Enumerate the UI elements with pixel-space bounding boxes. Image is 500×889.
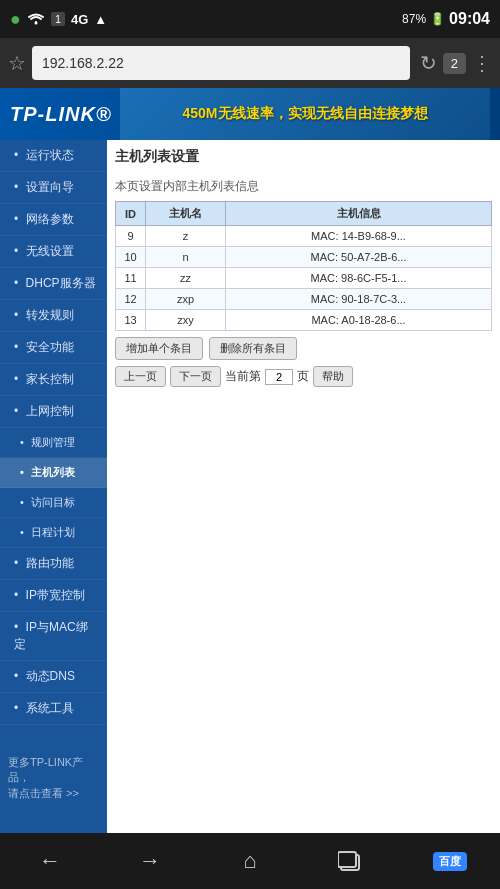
- next-page-button[interactable]: 下一页: [170, 366, 221, 387]
- bullet-icon: •: [14, 372, 18, 386]
- url-bar[interactable]: 192.168.2.22: [32, 46, 410, 80]
- tabs-button[interactable]: [325, 841, 375, 881]
- cell-mac: MAC: 50-A7-2B-6...: [226, 247, 492, 268]
- bullet-icon: •: [14, 620, 18, 634]
- cell-id: 12: [116, 289, 146, 310]
- sidebar-footer[interactable]: 更多TP-LINK产品，请点击查看 >>: [0, 745, 107, 811]
- sidebar-item-bandwidth[interactable]: • IP带宽控制: [0, 580, 107, 612]
- cell-id: 9: [116, 226, 146, 247]
- signal-icon: ▲: [94, 12, 107, 27]
- sidebar-label: 路由功能: [26, 556, 74, 570]
- bullet-icon: •: [14, 212, 18, 226]
- bullet-icon: •: [14, 276, 18, 290]
- col-header-mac: 主机信息: [226, 202, 492, 226]
- home-button[interactable]: ⌂: [225, 841, 275, 881]
- tp-logo: TP-LINK®: [10, 103, 120, 126]
- status-right: 87% 🔋 09:04: [402, 10, 490, 28]
- sidebar-item-routing[interactable]: • 路由功能: [0, 548, 107, 580]
- sidebar-item-access-target[interactable]: • 访问目标: [0, 488, 107, 518]
- bullet-icon: •: [20, 466, 24, 478]
- page-unit: 页: [297, 368, 309, 385]
- bullet-icon: •: [20, 436, 24, 448]
- sidebar-item-dhcp[interactable]: • DHCP服务器: [0, 268, 107, 300]
- sim-slot: 1: [51, 12, 65, 26]
- col-header-name: 主机名: [146, 202, 226, 226]
- table-row: 13 zxy MAC: A0-18-28-6...: [116, 310, 492, 331]
- host-table: ID 主机名 主机信息 9 z MAC: 14-B9-68-9... 10 n …: [115, 201, 492, 331]
- sidebar-label: 无线设置: [26, 244, 74, 258]
- sidebar-footer-text: 更多TP-LINK产品，请点击查看 >>: [8, 756, 83, 799]
- sidebar-label: 访问目标: [31, 496, 75, 508]
- table-desc: 本页设置内部主机列表信息: [115, 178, 492, 195]
- sidebar-label: 规则管理: [31, 436, 75, 448]
- current-label: 当前第: [225, 368, 261, 385]
- menu-icon[interactable]: ⋮: [472, 51, 492, 75]
- sidebar-item-host-list[interactable]: • 主机列表: [0, 458, 107, 488]
- bullet-icon: •: [20, 526, 24, 538]
- sidebar-item-forward[interactable]: • 转发规则: [0, 300, 107, 332]
- bullet-icon: •: [14, 308, 18, 322]
- sidebar-item-status[interactable]: • 运行状态: [0, 140, 107, 172]
- sidebar-item-system-tools[interactable]: • 系统工具: [0, 693, 107, 725]
- sidebar-label: 家长控制: [26, 372, 74, 386]
- svg-rect-2: [338, 852, 356, 867]
- sidebar-item-wizard[interactable]: • 设置向导: [0, 172, 107, 204]
- baidu-button[interactable]: 百度: [425, 841, 475, 881]
- battery-level: 87%: [402, 12, 426, 26]
- bullet-icon: •: [14, 404, 18, 418]
- forward-button[interactable]: →: [125, 841, 175, 881]
- tp-banner-text: 450M无线速率，实现无线自由连接梦想: [182, 105, 427, 123]
- sidebar-item-parental[interactable]: • 家长控制: [0, 364, 107, 396]
- sidebar-item-access-control[interactable]: • 上网控制: [0, 396, 107, 428]
- sidebar-label: 上网控制: [26, 404, 74, 418]
- sidebar-item-wireless[interactable]: • 无线设置: [0, 236, 107, 268]
- bullet-icon: •: [14, 701, 18, 715]
- baidu-logo: 百度: [433, 852, 467, 871]
- cell-id: 10: [116, 247, 146, 268]
- sidebar-label: 动态DNS: [26, 669, 75, 683]
- col-header-id: ID: [116, 202, 146, 226]
- refresh-icon[interactable]: ↻: [420, 51, 437, 75]
- sidebar-item-rules[interactable]: • 规则管理: [0, 428, 107, 458]
- bullet-icon: •: [14, 148, 18, 162]
- bookmark-icon[interactable]: ☆: [8, 51, 26, 75]
- sidebar-label: 系统工具: [26, 701, 74, 715]
- svg-point-0: [34, 21, 37, 24]
- main-layout: • 运行状态 • 设置向导 • 网络参数 • 无线设置 • DHCP服务器 • …: [0, 140, 500, 833]
- back-button[interactable]: ←: [25, 841, 75, 881]
- sidebar-label: 设置向导: [26, 180, 74, 194]
- table-row: 12 zxp MAC: 90-18-7C-3...: [116, 289, 492, 310]
- sidebar-item-network[interactable]: • 网络参数: [0, 204, 107, 236]
- delete-all-button[interactable]: 删除所有条目: [209, 337, 297, 360]
- page-title: 主机列表设置: [115, 148, 492, 170]
- tab-count[interactable]: 2: [443, 53, 466, 74]
- table-buttons: 增加单个条目 删除所有条目: [115, 337, 492, 360]
- bullet-icon: •: [14, 340, 18, 354]
- cell-name: n: [146, 247, 226, 268]
- prev-page-button[interactable]: 上一页: [115, 366, 166, 387]
- cell-id: 11: [116, 268, 146, 289]
- cell-id: 13: [116, 310, 146, 331]
- browser-bar: ☆ 192.168.2.22 ↻ 2 ⋮: [0, 38, 500, 88]
- help-button[interactable]: 帮助: [313, 366, 353, 387]
- bottom-nav: ← → ⌂ 百度: [0, 833, 500, 889]
- tp-banner: 450M无线速率，实现无线自由连接梦想: [120, 88, 490, 140]
- cell-name: z: [146, 226, 226, 247]
- bullet-icon: •: [14, 244, 18, 258]
- table-row: 11 zz MAC: 98-6C-F5-1...: [116, 268, 492, 289]
- time-display: 09:04: [449, 10, 490, 28]
- sidebar-item-security[interactable]: • 安全功能: [0, 332, 107, 364]
- network-type: 4G: [71, 12, 88, 27]
- sidebar-item-ddns[interactable]: • 动态DNS: [0, 661, 107, 693]
- tp-header: TP-LINK® 450M无线速率，实现无线自由连接梦想: [0, 88, 500, 140]
- page-number-input[interactable]: [265, 369, 293, 385]
- sidebar-label: 运行状态: [26, 148, 74, 162]
- sidebar-item-ip-mac[interactable]: • IP与MAC绑定: [0, 612, 107, 661]
- battery-icon: 🔋: [430, 12, 445, 26]
- status-left: ● 1 4G ▲: [10, 9, 107, 30]
- wifi-icon: [27, 11, 45, 28]
- add-single-button[interactable]: 增加单个条目: [115, 337, 203, 360]
- sidebar-label: 主机列表: [31, 466, 75, 478]
- sidebar-item-schedule[interactable]: • 日程计划: [0, 518, 107, 548]
- content-area: 主机列表设置 本页设置内部主机列表信息 ID 主机名 主机信息 9 z MAC:…: [107, 140, 500, 833]
